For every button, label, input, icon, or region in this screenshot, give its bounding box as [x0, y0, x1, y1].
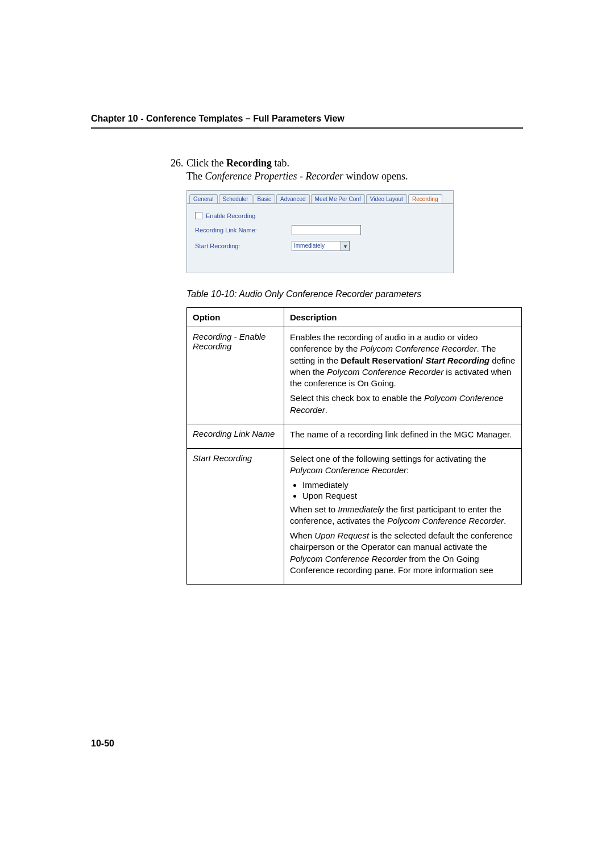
- dialog-tabrow: General Scheduler Basic Advanced Meet Me…: [187, 191, 453, 203]
- tab-recording[interactable]: Recording: [408, 194, 442, 203]
- th-description: Description: [284, 308, 522, 327]
- tab-general[interactable]: General: [189, 194, 218, 203]
- start-recording-value: Immediately: [292, 241, 341, 251]
- enable-recording-row: Enable Recording: [195, 212, 445, 219]
- tab-video-layout[interactable]: Video Layout: [366, 194, 407, 203]
- start-recording-row: Start Recording: Immediately ▾: [195, 241, 445, 251]
- parameter-table: Option Description Recording - Enable Re…: [186, 307, 522, 585]
- table-row: Recording Link Name The name of a record…: [187, 424, 522, 448]
- header-rule: [91, 127, 523, 129]
- tab-advanced[interactable]: Advanced: [276, 194, 309, 203]
- open-italic: Conference Properties - Recorder: [205, 170, 343, 182]
- tab-basic[interactable]: Basic: [254, 194, 275, 203]
- step-number: 26.: [171, 157, 186, 169]
- step-text-prefix: Click the: [186, 157, 226, 169]
- page-number: 10-50: [91, 738, 114, 749]
- link-name-label: Recording Link Name:: [195, 227, 292, 233]
- description-cell: The name of a recording link defined in …: [284, 424, 522, 448]
- tab-scheduler[interactable]: Scheduler: [219, 194, 252, 203]
- link-name-row: Recording Link Name:: [195, 225, 445, 235]
- recorder-dialog: General Scheduler Basic Advanced Meet Me…: [186, 190, 454, 273]
- dialog-body: Enable Recording Recording Link Name: St…: [187, 203, 453, 273]
- enable-recording-checkbox[interactable]: [195, 212, 202, 219]
- start-recording-dropdown[interactable]: Immediately ▾: [292, 241, 350, 251]
- chevron-down-icon: ▾: [341, 241, 349, 251]
- start-recording-label: Start Recording:: [195, 243, 292, 249]
- tab-meet-me[interactable]: Meet Me Per Conf: [311, 194, 365, 203]
- link-name-input[interactable]: [292, 225, 361, 235]
- step-text-suffix: tab.: [272, 157, 289, 169]
- chapter-header: Chapter 10 - Conference Templates – Full…: [91, 114, 523, 124]
- table-row: Recording - Enable Recording Enables the…: [187, 327, 522, 424]
- page: Chapter 10 - Conference Templates – Full…: [0, 0, 614, 868]
- open-post: window opens.: [343, 170, 408, 182]
- table-header-row: Option Description: [187, 308, 522, 327]
- table-row: Start Recording Select one of the follow…: [187, 449, 522, 585]
- th-option: Option: [187, 308, 284, 327]
- list-item: Upon Request: [302, 491, 516, 500]
- open-pre: The: [186, 170, 205, 182]
- open-line: The Conference Properties - Recorder win…: [186, 170, 523, 182]
- table-caption: Table 10-10: Audio Only Conference Recor…: [186, 289, 523, 299]
- option-cell: Start Recording: [187, 449, 284, 585]
- option-cell: Recording - Enable Recording: [187, 327, 284, 424]
- option-cell: Recording Link Name: [187, 424, 284, 448]
- description-cell: Select one of the following settings for…: [284, 449, 522, 585]
- step-line: 26.Click the Recording tab.: [171, 157, 523, 169]
- body-column: 26.Click the Recording tab. The Conferen…: [171, 157, 523, 585]
- enable-recording-label: Enable Recording: [206, 212, 255, 219]
- list-item: Immediately: [302, 480, 516, 490]
- bullet-list: Immediately Upon Request: [302, 480, 516, 500]
- step-text-bold: Recording: [226, 157, 272, 169]
- description-cell: Enables the recording of audio in a audi…: [284, 327, 522, 424]
